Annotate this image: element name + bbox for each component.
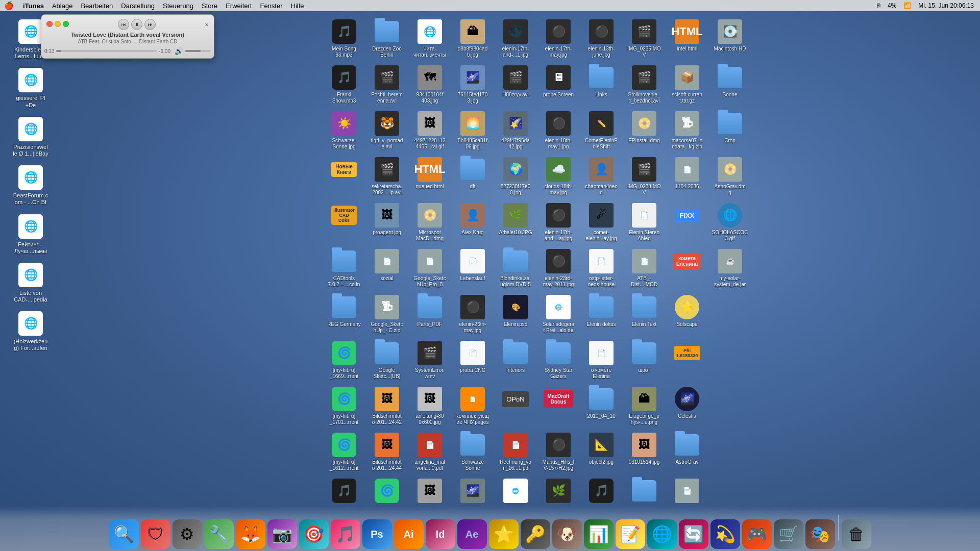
file-elenin-17-may[interactable]: ⚫ elenin-17th-may.jpg: [538, 16, 579, 61]
file-shrot[interactable]: шрот: [624, 338, 665, 383]
file-travnik[interactable]: 🌿 Travnik_Timoreva.pdf: [538, 475, 579, 505]
next-button[interactable]: ⏭: [144, 19, 156, 30]
file-opon[interactable]: OPoN: [495, 384, 536, 429]
file-dft[interactable]: dft: [452, 154, 493, 199]
dock-finder[interactable]: 🔍: [109, 519, 139, 549]
file-object2[interactable]: 📐 object2.jpg: [581, 430, 622, 474]
file-interiors[interactable]: Interiors: [495, 338, 536, 383]
file-alex-krug[interactable]: 👤 Alex Krug: [452, 200, 493, 245]
file-illustrator-cad[interactable]: Illustrator CADDoks: [324, 200, 364, 245]
app-menu-itunes[interactable]: iTunes: [19, 2, 48, 10]
file-reg-germany[interactable]: REG Germany: [324, 292, 364, 337]
menu-steuerung[interactable]: Steuerung: [159, 2, 198, 10]
menu-hilfe[interactable]: Hilfe: [287, 2, 308, 10]
file-macorsa07[interactable]: 🗜 macorsa07_nodata...kg.zip: [667, 108, 707, 153]
minimize-button[interactable]: [55, 21, 61, 27]
file-proba-cnc[interactable]: 📄 proba CNC: [452, 338, 493, 383]
file-epinstall-dmg[interactable]: 📀 EPInstall.dmg: [624, 108, 665, 153]
file-erzgebirge[interactable]: 🏔 Erzgebirge_phys-...e.png: [624, 384, 665, 429]
file-clouds-18[interactable]: ☁️ clouds-18th-may.jpg: [538, 154, 579, 199]
file-intel-html[interactable]: HTML Intel.html: [667, 16, 707, 61]
dock-illustrator[interactable]: Ai: [394, 519, 424, 549]
file-queued-html[interactable]: HTML queued.html: [409, 154, 450, 199]
file-phi[interactable]: Phi 1.6180339: [667, 338, 707, 383]
file-my-solar[interactable]: ☕ my-solar-system_de.jar: [709, 246, 750, 291]
file-google-sketchup-pro[interactable]: 📄 Google_SketchUp_Pro_8: [409, 246, 450, 291]
file-stolknovenie[interactable]: 🎬 Stolknovenie_c_bezdnoj.avi: [624, 62, 665, 107]
file-img-0235[interactable]: 🎬 IMG_0235.MOV: [624, 16, 665, 61]
file-sydney-star[interactable]: Sydney StarGazers: [538, 338, 579, 383]
file-elenin-17-and[interactable]: ⚫ elenin-17th-and-...ay.jpg: [538, 200, 579, 245]
file-links[interactable]: Links: [581, 62, 622, 107]
file-komplektuyushie[interactable]: 📄 комплектующие ЧПУ.pages: [452, 384, 493, 429]
file-win-soft[interactable]: Win soft: [624, 475, 665, 505]
desktop-icon-rejting[interactable]: 🌐 Рейтинг –Лучш...льмы: [5, 210, 56, 258]
file-may2011[interactable]: 🌌 May2011.jpg: [452, 475, 493, 505]
wifi-indicator[interactable]: 📶: [901, 2, 913, 10]
file-kometa[interactable]: кометаЕленина: [667, 246, 707, 291]
file-cometeleninpoleshift[interactable]: ✏️ CometEleninPoleShift: [581, 108, 622, 153]
file-solarladegerat[interactable]: 🌐 Solarladegerat Prei...alo.de: [538, 292, 579, 337]
file-fixx[interactable]: FIXX: [667, 200, 707, 245]
menu-darstellung[interactable]: Darstellung: [117, 2, 159, 10]
file-microspot[interactable]: 📀 MicrospotMacD...dmg: [409, 200, 450, 245]
file-44971228[interactable]: 🖼 44971228_124465...ral.gif: [409, 108, 450, 153]
file-astrograv-dmg[interactable]: 📀 AstroGrav.dmg: [709, 154, 750, 199]
file-elenin-17-1[interactable]: 🌑 elenin-17th-and-...1.jpg: [495, 16, 536, 61]
itunes-close-icon[interactable]: ✕: [205, 22, 209, 28]
file-marius-hills[interactable]: ⚫ Marius_Hills_IV-157-H2.jpg: [538, 430, 579, 474]
file-kniga-arbalet[interactable]: 📄 KnigaArbaletov.PDF: [667, 475, 707, 505]
file-google-sketch-ub[interactable]: GoogleSketc...[UB]: [366, 338, 407, 383]
file-elenin-dokus[interactable]: Elenin dokus: [581, 292, 622, 337]
file-sekretarscha[interactable]: 🎬 sekretarscha.2002-...lp.avi: [366, 154, 407, 199]
file-chita[interactable]: 🌐 Чита-читан...мечты: [409, 16, 450, 61]
file-angelina[interactable]: 📄 angelina_malvorla...0.pdf: [409, 430, 450, 474]
file-cadtools[interactable]: CADtools7.0.2 – ...co.in: [324, 246, 364, 291]
file-mein-song-63[interactable]: 🎵 Mein Song63.mp3: [324, 16, 364, 61]
dock-app1[interactable]: 🛡: [141, 519, 170, 549]
file-bildschirm-24-44[interactable]: 🖼 Bildschirmfoto 201...24:44: [366, 430, 407, 474]
dock-app7[interactable]: 🔑: [521, 519, 550, 549]
menu-ablage[interactable]: Ablage: [48, 2, 77, 10]
file-h88zryv[interactable]: 🎬 H88zryv.avi: [495, 62, 536, 107]
file-rutor[interactable]: 🌀 [RuTor.Org]Porok...rrent: [366, 475, 407, 505]
dock-app11[interactable]: 🎮: [742, 519, 772, 549]
file-76115[interactable]: 🌌 76115fed1703.jpg: [452, 62, 493, 107]
maximize-button[interactable]: [63, 21, 69, 27]
file-myhit-1701[interactable]: 🌀 [my-hit.ru]_1701...rrent: [324, 384, 364, 429]
menu-store[interactable]: Store: [198, 2, 222, 10]
dock-aftereffects[interactable]: Ae: [457, 519, 487, 549]
file-neue-buecher[interactable]: Новые Книги: [324, 154, 364, 199]
dock-app5[interactable]: 🎯: [299, 519, 329, 549]
file-bildschirm-24-42[interactable]: 🖼 Bildschirmfoto 201...24:42: [366, 384, 407, 429]
file-20110513[interactable]: 🎵 20110513094513.m4a: [581, 475, 622, 505]
file-934100[interactable]: 🗺 934100104f403.jpg: [409, 62, 450, 107]
file-03101514[interactable]: 🖼 03101514.jpg: [624, 430, 665, 474]
file-ostp-letter[interactable]: 📄 ostp-letter-neos-house: [581, 246, 622, 291]
file-lebenslauf[interactable]: 📄 Lebenslauf: [452, 246, 493, 291]
dock-app6[interactable]: ⭐: [489, 519, 519, 549]
file-system-error[interactable]: 🎬 SystemError.wmv: [409, 338, 450, 383]
dock-charts[interactable]: 📊: [584, 519, 614, 549]
file-google-sketchup-czip[interactable]: 🗜 Google_SketchUp_- C.zip: [366, 292, 407, 337]
file-parts-pdf[interactable]: Parts_PDF: [409, 292, 450, 337]
file-827238[interactable]: 🌍 827238f17e00.jpg: [495, 154, 536, 199]
desktop-icon-prazisions[interactable]: 🌐 Prazisionswelle Ø 1...| eBay: [5, 113, 56, 160]
file-elenin-text[interactable]: Elenin Text: [624, 292, 665, 337]
file-soholascoc[interactable]: 🌐 SOHOLASCOC3.gif: [709, 200, 750, 245]
dock-app2[interactable]: ⚙: [173, 519, 202, 549]
apple-menu[interactable]: 🍎: [4, 1, 14, 10]
file-atb-dist[interactable]: 📄 ATB_-Dist...-MOD: [624, 246, 665, 291]
file-solscape[interactable]: 🌟 Solscape: [667, 292, 707, 337]
file-elenin-13[interactable]: ⚫ elenin-13th-june.jpg: [581, 16, 622, 61]
menu-bearbeiten[interactable]: Bearbeiten: [77, 2, 117, 10]
progress-bar[interactable]: [56, 50, 157, 52]
file-elenin-23[interactable]: ⚫ elenin-23rd-may-2011.jpg: [538, 246, 579, 291]
screen-share-icon[interactable]: ⎘: [875, 2, 883, 10]
file-scisoft[interactable]: 📦 scisoft.current.tar.gz: [667, 62, 707, 107]
file-astrograv[interactable]: AstroGrav: [667, 430, 707, 474]
file-d8b8f[interactable]: 🏔 d8b8f9804adb.jpg: [452, 16, 493, 61]
file-elenin-stereo[interactable]: 📄 Elenin StereoAhled: [624, 200, 665, 245]
file-elenin-26[interactable]: ⚫ elenin-26th-may.jpg: [452, 292, 493, 337]
file-probe-screen[interactable]: 🖥 probe Screen: [538, 62, 579, 107]
